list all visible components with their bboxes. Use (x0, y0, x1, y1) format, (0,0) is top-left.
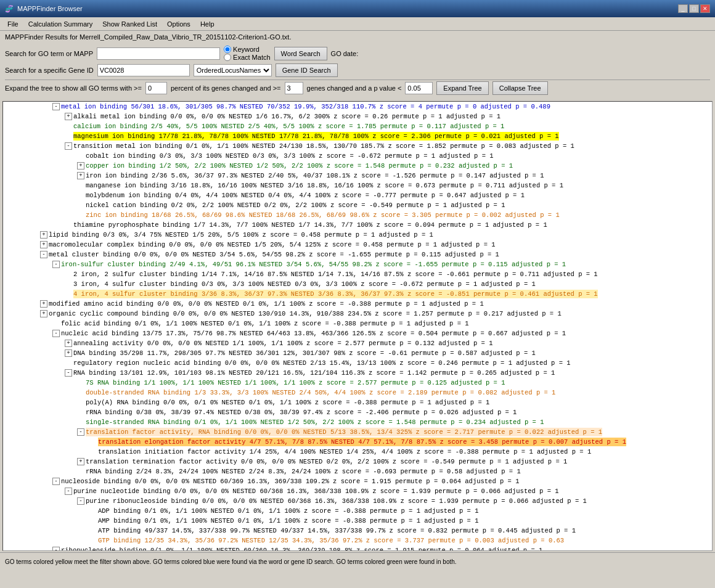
tree-row[interactable]: -purine nucleotide binding 0/0 0%, 0/0 0… (3, 486, 712, 496)
tree-row-text: translation termination factor activity … (86, 457, 567, 466)
tree-row[interactable]: -transition metal ion binding 0/1 0%, 1/… (3, 141, 712, 151)
tree-row[interactable]: -purine ribonucleoside binding 0/0 0%, 0… (3, 496, 712, 506)
tree-row[interactable]: 4 iron, 4 sulfur cluster binding 3/36 8.… (3, 289, 712, 299)
tree-toggle-icon[interactable]: + (77, 172, 84, 179)
menu-options[interactable]: Options (162, 19, 195, 29)
tree-toggle-icon[interactable]: + (77, 162, 84, 169)
tree-toggle-icon[interactable]: - (77, 497, 84, 505)
tree-toggle-icon[interactable]: - (52, 478, 60, 485)
tree-container[interactable]: -metal ion binding 56/301 18.6%, 301/305… (2, 101, 713, 551)
tree-row[interactable]: regulatory region nucleic acid binding 0… (3, 358, 712, 368)
tree-row[interactable]: 3 iron, 4 sulfur cluster binding 0/3 0%,… (3, 279, 712, 289)
tree-row[interactable]: +translation termination factor activity… (3, 457, 712, 467)
menu-calculation[interactable]: Calculation Summary (23, 19, 98, 29)
percent-input[interactable] (145, 82, 167, 94)
tree-row-text: purine ribonucleoside binding 0/0 0%, 0/… (86, 497, 587, 505)
tree-row[interactable]: -RNA binding 13/101 12.9%, 101/103 98.1%… (3, 368, 712, 378)
status-bar: GO terms colored yellow meet the filter … (0, 552, 715, 571)
tree-row[interactable]: +organic cyclic compound binding 0/0 0%,… (3, 309, 712, 319)
tree-toggle-icon[interactable]: - (40, 251, 47, 258)
tree-row[interactable]: single-stranded RNA binding 0/1 0%, 1/1 … (3, 417, 712, 427)
genes-input[interactable] (285, 82, 303, 94)
tree-row[interactable]: +iron ion binding 2/36 5.6%, 36/37 97.3%… (3, 171, 712, 181)
tree-toggle-icon[interactable]: + (65, 113, 72, 120)
menu-ranked-list[interactable]: Show Ranked List (97, 19, 162, 29)
tree-row[interactable]: rRNA binding 0/38 0%, 38/39 97.4% NESTED… (3, 407, 712, 417)
maximize-button[interactable]: □ (689, 4, 699, 13)
menu-file[interactable]: File (2, 19, 23, 29)
tree-toggle-icon[interactable]: + (65, 349, 72, 357)
tree-row[interactable]: +DNA binding 35/298 11.7%, 298/305 97.7%… (3, 348, 712, 358)
tree-row[interactable]: -ribonucleoside binding 0/1 0%, 1/1 100%… (3, 545, 712, 551)
word-search-button[interactable]: Word Search (274, 47, 327, 60)
tree-row[interactable]: magnesium ion binding 17/78 21.8%, 78/78… (3, 131, 712, 141)
tree-row[interactable]: translation elongation factor activity 4… (3, 437, 712, 447)
expand-tree-button[interactable]: Expand Tree (436, 81, 488, 95)
tree-row[interactable]: 2 iron, 2 sulfur cluster binding 1/14 7.… (3, 269, 712, 279)
tree-row-text: rRNA binding 2/24 8.3%, 24/24 100% NESTE… (86, 467, 521, 476)
tree-row[interactable]: manganese ion binding 3/16 18.8%, 16/16 … (3, 181, 712, 190)
tree-row[interactable]: poly(A) RNA binding 0/0 0%, 0/1 0% NESTE… (3, 398, 712, 407)
tree-row[interactable]: -nucleic acid binding 13/75 17.3%, 75/76… (3, 329, 712, 338)
tree-toggle-icon[interactable]: - (52, 547, 60, 551)
tree-row-text: transition metal ion binding 0/1 0%, 1/1… (73, 142, 574, 150)
tree-row[interactable]: cobalt ion binding 0/3 0%, 3/3 100% NEST… (3, 151, 712, 161)
tree-toggle-icon[interactable]: - (52, 261, 60, 268)
tree-toggle-icon[interactable]: + (65, 340, 72, 347)
tree-toggle-icon[interactable]: + (40, 231, 47, 239)
tree-row[interactable]: +lipid binding 0/3 0%, 3/4 75% NESTED 1/… (3, 230, 712, 240)
menu-bar: File Calculation Summary Show Ranked Lis… (0, 17, 715, 31)
tree-row[interactable]: -metal ion binding 56/301 18.6%, 301/305… (3, 102, 712, 112)
keyword-radio[interactable] (224, 46, 231, 53)
tree-row[interactable]: +annealing activity 0/0 0%, 0/0 0% NESTE… (3, 338, 712, 348)
tree-toggle-icon[interactable]: - (52, 103, 60, 110)
tree-row[interactable]: ADP binding 0/1 0%, 1/1 100% NESTED 0/1 … (3, 506, 712, 516)
tree-toggle-icon[interactable]: - (65, 369, 72, 377)
gene-id-input[interactable] (97, 64, 190, 76)
gene-id-dropdown[interactable]: OrderedLocusNames (194, 64, 272, 76)
collapse-tree-button[interactable]: Collapse Tree (492, 81, 548, 95)
tree-row[interactable]: thiamine pyrophosphate binding 1/7 14.3%… (3, 220, 712, 230)
tree-toggle-icon[interactable]: + (77, 458, 84, 465)
tree-row[interactable]: +macromolecular complex binding 0/0 0%, … (3, 240, 712, 250)
tree-row[interactable]: calcium ion binding 2/5 40%, 5/5 100% NE… (3, 121, 712, 131)
tree-toggle-icon[interactable]: + (40, 300, 47, 308)
exact-match-option[interactable]: Exact Match (224, 54, 271, 61)
title-bar-controls[interactable]: _ □ ✕ (678, 4, 710, 13)
close-button[interactable]: ✕ (700, 4, 710, 13)
tree-toggle-icon[interactable]: - (65, 488, 72, 495)
tree-toggle-icon[interactable]: - (77, 428, 84, 436)
tree-row-text: folic acid binding 0/1 0%, 1/1 100% NEST… (61, 319, 469, 328)
tree-row[interactable]: folic acid binding 0/1 0%, 1/1 100% NEST… (3, 319, 712, 329)
tree-row[interactable]: +copper ion binding 1/2 50%, 2/2 100% NE… (3, 161, 712, 171)
tree-row[interactable]: translation initiation factor activity 1… (3, 447, 712, 457)
menu-help[interactable]: Help (195, 19, 219, 29)
tree-row[interactable]: +modified amino acid binding 0/0 0%, 0/0… (3, 299, 712, 309)
keyword-option[interactable]: Keyword (224, 46, 271, 53)
tree-row[interactable]: ATP binding 49/337 14.5%, 337/338 99.7% … (3, 526, 712, 536)
tree-row[interactable]: 7S RNA binding 1/1 100%, 1/1 100% NESTED… (3, 378, 712, 388)
tree-row[interactable]: -nucleoside binding 0/0 0%, 0/0 0% NESTE… (3, 476, 712, 486)
tree-row[interactable]: nickel cation binding 0/2 0%, 2/2 100% N… (3, 200, 712, 210)
tree-row-text: nucleic acid binding 13/75 17.3%, 75/76 … (61, 329, 566, 338)
tree-row-text: ATP binding 49/337 14.5%, 337/338 99.7% … (98, 526, 576, 535)
exact-match-radio[interactable] (224, 54, 231, 61)
tree-row[interactable]: double-stranded RNA binding 1/3 33.3%, 3… (3, 388, 712, 398)
tree-row[interactable]: molybdenum ion binding 0/4 0%, 4/4 100% … (3, 190, 712, 200)
tree-row[interactable]: -translation factor activity, RNA bindin… (3, 427, 712, 437)
tree-row[interactable]: rRNA binding 2/24 8.3%, 24/24 100% NESTE… (3, 467, 712, 476)
tree-row[interactable]: -metal cluster binding 0/0 0%, 0/0 0% NE… (3, 250, 712, 259)
tree-row[interactable]: AMP binding 0/1 0%, 1/1 100% NESTED 0/1 … (3, 516, 712, 526)
minimize-button[interactable]: _ (678, 4, 688, 13)
tree-row[interactable]: GTP binding 12/35 34.3%, 35/36 97.2% NES… (3, 536, 712, 545)
tree-toggle-icon[interactable]: + (40, 310, 47, 317)
tree-row[interactable]: zinc ion binding 18/68 26.5%, 68/69 98.6… (3, 210, 712, 220)
tree-row[interactable]: -iron-sulfur cluster binding 2/49 4.1%, … (3, 259, 712, 269)
tree-toggle-icon[interactable]: - (65, 142, 72, 150)
tree-toggle-icon[interactable]: - (52, 330, 60, 337)
tree-toggle-icon[interactable]: + (40, 241, 47, 248)
go-search-input[interactable] (97, 47, 220, 60)
gene-id-search-button[interactable]: Gene ID Search (276, 63, 338, 77)
tree-row[interactable]: +alkali metal ion binding 0/0 0%, 0/0 0%… (3, 112, 712, 121)
pvalue-input[interactable] (405, 82, 433, 94)
